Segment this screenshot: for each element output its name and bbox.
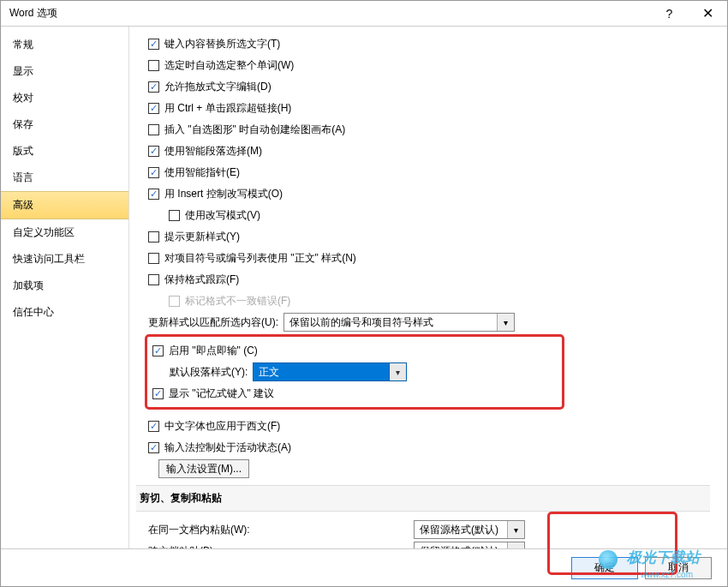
label-ctrl-click: 用 Ctrl + 单击跟踪超链接(H) bbox=[164, 101, 291, 116]
checkbox-auto-canvas[interactable] bbox=[148, 124, 159, 135]
checkbox-cn-font-western[interactable]: ✓ bbox=[148, 421, 159, 432]
label-drag-drop: 允许拖放式文字编辑(D) bbox=[164, 80, 272, 94]
checkbox-normal-style-list[interactable] bbox=[148, 253, 159, 264]
sidebar-item-save[interactable]: 保存 bbox=[1, 111, 128, 138]
ime-settings-button[interactable]: 输入法设置(M)... bbox=[158, 459, 249, 478]
sidebar-item-layout[interactable]: 版式 bbox=[1, 138, 128, 165]
chevron-down-icon: ▾ bbox=[389, 363, 406, 380]
sidebar-item-quick-access[interactable]: 快速访问工具栏 bbox=[1, 246, 128, 273]
checkbox-drag-drop[interactable]: ✓ bbox=[148, 81, 159, 93]
close-button[interactable]: ✕ bbox=[689, 1, 727, 27]
section-cut-copy-paste: 剪切、复制和粘贴 bbox=[136, 485, 710, 512]
sidebar-item-display[interactable]: 显示 bbox=[1, 58, 128, 85]
label-select-word: 选定时自动选定整个单词(W) bbox=[164, 58, 294, 73]
sidebar-item-trust-center[interactable]: 信任中心 bbox=[1, 299, 128, 326]
label-smart-cursor: 使用智能指针(E) bbox=[164, 165, 240, 180]
label-click-and-type: 启用 "即点即输" (C) bbox=[169, 344, 258, 358]
sidebar-item-language[interactable]: 语言 bbox=[1, 165, 128, 191]
checkbox-overtype[interactable] bbox=[169, 210, 180, 221]
label-overtype: 使用改写模式(V) bbox=[185, 208, 260, 223]
checkbox-click-and-type[interactable]: ✓ bbox=[152, 345, 164, 356]
help-button[interactable]: ? bbox=[650, 1, 689, 27]
label-auto-canvas: 插入 "自选图形" 时自动创建绘图画布(A) bbox=[164, 123, 345, 137]
sidebar-item-advanced[interactable]: 高级 bbox=[1, 191, 128, 219]
label-ime-active: 输入法控制处于活动状态(A) bbox=[164, 440, 291, 455]
highlight-box-click-type: ✓ 启用 "即点即输" (C) 默认段落样式(Y): 正文 ▾ ✓ 显示 "记忆… bbox=[145, 334, 564, 410]
label-paste-same-doc: 在同一文档内粘贴(W): bbox=[148, 523, 414, 537]
label-replace-text: 键入内容替换所选文字(T) bbox=[164, 37, 280, 51]
sidebar-item-proofing[interactable]: 校对 bbox=[1, 85, 128, 111]
checkbox-smart-para[interactable]: ✓ bbox=[148, 146, 159, 157]
checkbox-ctrl-click[interactable]: ✓ bbox=[148, 103, 159, 114]
label-autocomplete: 显示 "记忆式键入" 建议 bbox=[169, 386, 274, 401]
checkbox-update-style-prompt[interactable] bbox=[148, 231, 159, 243]
checkbox-insert-overtype[interactable]: ✓ bbox=[148, 189, 159, 200]
sidebar-item-general[interactable]: 常规 bbox=[1, 32, 128, 58]
cancel-button[interactable]: 取消 bbox=[645, 557, 712, 579]
label-track-format: 保持格式跟踪(F) bbox=[164, 273, 239, 287]
options-panel: ✓ 键入内容替换所选文字(T) 选定时自动选定整个单词(W) ✓ 允许拖放式文字… bbox=[129, 27, 727, 548]
checkbox-replace-text[interactable]: ✓ bbox=[148, 39, 159, 50]
select-paste-same-doc[interactable]: 保留源格式(默认) ▾ bbox=[414, 520, 525, 539]
checkbox-smart-cursor[interactable]: ✓ bbox=[148, 167, 159, 178]
select-paste-cross-doc[interactable]: 保留源格式(默认) ▾ bbox=[414, 542, 525, 548]
dialog-title: Word 选项 bbox=[9, 6, 57, 21]
label-normal-style-list: 对项目符号或编号列表使用 "正文" 样式(N) bbox=[164, 251, 356, 266]
chevron-down-icon: ▾ bbox=[507, 542, 524, 548]
label-cn-font-western: 中文字体也应用于西文(F) bbox=[164, 419, 280, 434]
chevron-down-icon: ▾ bbox=[507, 521, 524, 538]
label-mark-format-inconsistency: 标记格式不一致错误(F) bbox=[185, 294, 290, 308]
checkbox-track-format[interactable] bbox=[148, 274, 159, 285]
ok-button[interactable]: 确定 bbox=[571, 557, 638, 579]
checkbox-autocomplete[interactable]: ✓ bbox=[152, 388, 164, 399]
label-default-para-style: 默认段落样式(Y): bbox=[170, 365, 248, 380]
sidebar-item-addins[interactable]: 加载项 bbox=[1, 273, 128, 299]
category-sidebar: 常规 显示 校对 保存 版式 语言 高级 自定义功能区 快速访问工具栏 加载项 … bbox=[1, 27, 129, 548]
select-update-style-match[interactable]: 保留以前的编号和项目符号样式 ▾ bbox=[283, 313, 515, 332]
label-update-style-match: 更新样式以匹配所选内容(U): bbox=[148, 315, 278, 330]
label-update-style-prompt: 提示更新样式(Y) bbox=[164, 230, 240, 244]
select-default-para-style[interactable]: 正文 ▾ bbox=[253, 362, 407, 381]
checkbox-mark-format-inconsistency bbox=[169, 296, 180, 307]
label-smart-para: 使用智能段落选择(M) bbox=[164, 144, 262, 159]
sidebar-item-customize-ribbon[interactable]: 自定义功能区 bbox=[1, 219, 128, 246]
chevron-down-icon: ▾ bbox=[497, 314, 514, 331]
checkbox-select-word[interactable] bbox=[148, 60, 159, 71]
label-insert-overtype: 用 Insert 控制改写模式(O) bbox=[164, 187, 283, 201]
checkbox-ime-active[interactable]: ✓ bbox=[148, 442, 159, 453]
